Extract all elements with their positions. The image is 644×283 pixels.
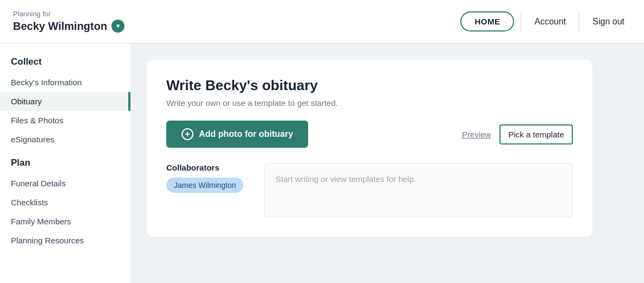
add-photo-button[interactable]: + Add photo for obituary: [166, 121, 308, 148]
sidebar-item-planning-resources[interactable]: Planning Resources: [0, 231, 130, 250]
sidebar-gap: [0, 149, 130, 158]
sidebar-plan-label: Plan: [0, 158, 130, 174]
main-layout: Collect Becky's Information Obituary Fil…: [0, 43, 644, 283]
card-actions: + Add photo for obituary Preview Pick a …: [166, 121, 573, 148]
collaborators-section: Collaborators James Wilmington: [166, 163, 253, 193]
sidebar-item-checklists[interactable]: Checklists: [0, 193, 130, 212]
card-subtitle: Write your own or use a template to get …: [166, 98, 573, 108]
sidebar-item-obituary[interactable]: Obituary: [0, 92, 130, 111]
obituary-card: Write Becky's obituary Write your own or…: [147, 60, 592, 237]
sidebar-collect-label: Collect: [0, 56, 130, 73]
sidebar-item-esignatures[interactable]: eSignatures: [0, 130, 130, 149]
collaborators-label: Collaborators: [166, 163, 253, 172]
header: Planning for Becky Wilmington HOME Accou…: [0, 0, 644, 43]
collaborator-badge: James Wilmington: [166, 178, 243, 193]
chevron-down-icon[interactable]: [111, 20, 124, 33]
header-divider: [521, 12, 521, 32]
template-actions: Preview Pick a template: [462, 124, 573, 144]
planning-for-label: Planning for: [13, 10, 124, 19]
header-divider-2: [579, 12, 579, 32]
person-name-row: Becky Wilmington: [13, 19, 124, 33]
home-button[interactable]: HOME: [460, 11, 514, 32]
preview-button[interactable]: Preview: [462, 130, 491, 139]
content-area: Write Becky's obituary Write your own or…: [130, 43, 644, 283]
obituary-text-area[interactable]: Start writing or view templates for help…: [264, 163, 573, 217]
signout-button[interactable]: Sign out: [586, 12, 631, 31]
sidebar-item-files-photos[interactable]: Files & Photos: [0, 111, 130, 130]
account-button[interactable]: Account: [528, 12, 572, 31]
card-title: Write Becky's obituary: [166, 77, 573, 94]
pick-template-button[interactable]: Pick a template: [499, 124, 573, 144]
person-name: Becky Wilmington: [13, 19, 107, 33]
header-right: HOME Account Sign out: [460, 11, 631, 32]
bottom-row: Collaborators James Wilmington Start wri…: [166, 163, 573, 217]
sidebar-item-funeral-details[interactable]: Funeral Details: [0, 174, 130, 193]
header-left: Planning for Becky Wilmington: [13, 10, 124, 33]
sidebar-item-family-members[interactable]: Family Members: [0, 212, 130, 231]
plus-icon: +: [182, 128, 193, 140]
sidebar-item-beckys-information[interactable]: Becky's Information: [0, 73, 130, 92]
sidebar: Collect Becky's Information Obituary Fil…: [0, 43, 130, 283]
